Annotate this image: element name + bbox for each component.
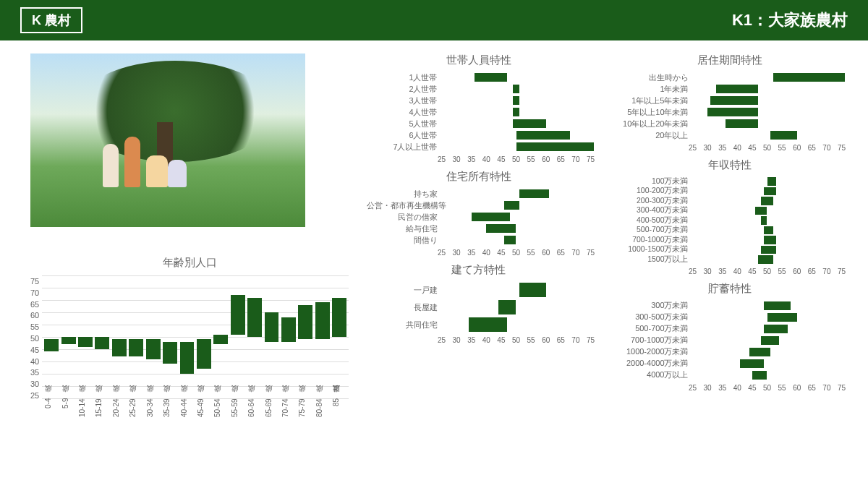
bar-label: 間借り (367, 235, 442, 246)
age-bar (78, 337, 93, 347)
chart-building: 建て方特性一戸建長屋建共同住宅2530354045505560657075 (357, 263, 600, 346)
bar-label: 1000-2000万未満 (618, 346, 693, 357)
age-bar (265, 312, 279, 342)
chart-income: 年収特性100万未満100-200万未満200-300万未満300-400万未満… (608, 158, 851, 278)
bar-label: 500-700万未満 (618, 225, 693, 235)
bar (504, 236, 516, 244)
bar (773, 73, 845, 82)
bar-label: 3人世帯 (367, 95, 442, 106)
bar-label: 持ち家 (367, 189, 442, 200)
age-bar (61, 337, 76, 344)
bar (498, 300, 516, 314)
bar (752, 371, 767, 380)
bar-label: 一戸建 (367, 285, 442, 296)
page-title: K1：大家族農村 (732, 9, 848, 31)
bar-label: 5人世帯 (367, 119, 442, 129)
bar (764, 325, 788, 333)
chart-title: 貯蓄特性 (708, 282, 752, 296)
bar-label: 7人以上世帯 (367, 142, 442, 153)
bar-label: 給与住宅 (367, 223, 442, 234)
bar-label: 1年以上5年未満 (618, 95, 693, 106)
bar (513, 119, 545, 128)
bar-label: 10年以上20年未満 (618, 119, 693, 129)
bar (519, 283, 546, 297)
chart-title: 建て方特性 (451, 263, 506, 277)
bar-label: 300万未満 (618, 300, 693, 311)
bar (764, 236, 775, 244)
chart-savings: 貯蓄特性300万未満300-500万未満500-700万未満700-1000万未… (608, 282, 851, 394)
bar-label: 300-400万未満 (618, 205, 693, 215)
chart-title: 居住期間特性 (697, 53, 762, 67)
bar-label: 1000-1500万未満 (618, 244, 693, 254)
bar-label: 共同住宅 (367, 320, 442, 330)
age-bar (146, 339, 161, 359)
chart-title: 住宅所有特性 (446, 170, 511, 184)
chart-title: 年収特性 (708, 158, 752, 172)
bar-label: 5年以上10年未満 (618, 107, 693, 118)
bar-label: 200-300万未満 (618, 196, 693, 206)
bar (516, 131, 570, 140)
bar (761, 197, 773, 205)
bar-label: 20年以上 (618, 130, 693, 141)
chart-ownership: 住宅所有特性持ち家公営・都市再生機構等民営の借家給与住宅間借り253035404… (357, 170, 600, 259)
bar (516, 142, 594, 151)
bar-label: 出生時から (618, 72, 693, 83)
bar-label: 500-700万未満 (618, 323, 693, 334)
age-bar (129, 339, 143, 356)
bar (513, 96, 519, 105)
bar-label: 100万未満 (618, 176, 693, 187)
age-bar (231, 295, 245, 334)
bar (764, 187, 775, 196)
hero-image (30, 53, 305, 227)
bar-label: 700-1000万未満 (618, 335, 693, 346)
bar (761, 336, 779, 345)
bar (716, 85, 758, 93)
age-bar (315, 302, 330, 339)
age-bar (95, 337, 109, 349)
bar-label: 民営の借家 (367, 212, 442, 223)
bar-label: 700-1000万未満 (618, 235, 693, 245)
bar (764, 226, 773, 235)
bar (472, 213, 511, 221)
age-bar (298, 305, 312, 340)
bar (475, 73, 507, 82)
age-bar (213, 335, 228, 345)
bar-label: 400-500万未満 (618, 215, 693, 226)
age-bar (112, 339, 127, 356)
bar-label: 1年未満 (618, 84, 693, 95)
header: K 農村 K1：大家族農村 (0, 0, 868, 40)
age-bar (281, 317, 296, 342)
age-bar (247, 298, 262, 337)
age-bar (197, 339, 211, 369)
age-chart: 年齢別人口 7570656055504540353025 0-4歳5-9歳10-… (30, 256, 349, 435)
bar (767, 313, 797, 322)
category-badge: K 農村 (20, 7, 82, 33)
bar (469, 317, 508, 332)
age-bar (180, 342, 195, 374)
bar (755, 207, 767, 215)
bar (767, 177, 776, 186)
bar-label: 公営・都市再生機構等 (367, 200, 442, 211)
bar-label: 4000万以上 (618, 369, 693, 380)
bar (707, 108, 758, 116)
chart-title: 世帯人員特性 (446, 53, 511, 67)
bar (758, 255, 773, 264)
age-bar (44, 339, 59, 351)
bar (504, 201, 519, 210)
chart-title: 年齢別人口 (30, 256, 349, 270)
bar-label: 2人世帯 (367, 84, 442, 95)
bar (513, 108, 519, 116)
bar-label: 4人世帯 (367, 107, 442, 118)
bar-label: 1500万以上 (618, 254, 693, 265)
bar (726, 119, 758, 128)
bar-label: 100-200万未満 (618, 186, 693, 196)
bar-label: 1人世帯 (367, 72, 442, 83)
bar (764, 301, 791, 310)
bar-label: 300-500万未満 (618, 312, 693, 322)
bar (761, 216, 767, 225)
bar-label: 長屋建 (367, 302, 442, 313)
bar (761, 246, 776, 254)
bar (740, 359, 764, 368)
bar-label: 2000-4000万未満 (618, 358, 693, 369)
bar (749, 348, 770, 356)
